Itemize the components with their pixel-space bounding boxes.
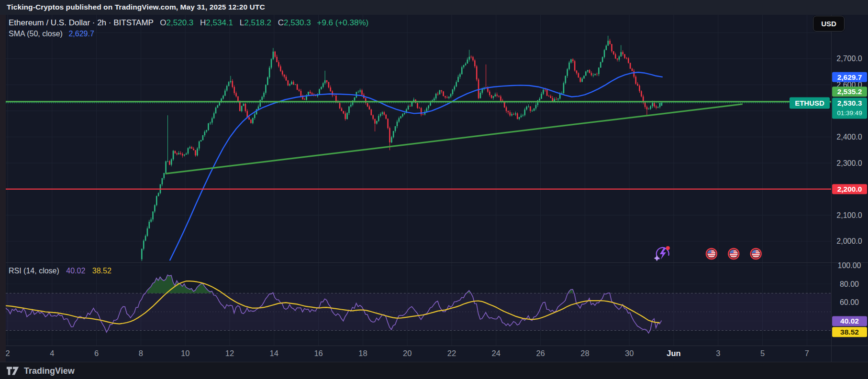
ohlc-close-value: 2,530.3 xyxy=(284,18,311,27)
symbol-price-tag-text: ETHUSD xyxy=(795,99,824,107)
axis-label: 60.00 xyxy=(840,298,859,306)
time-axis-label: 16 xyxy=(314,349,323,357)
time-axis-label: 2 xyxy=(5,349,10,357)
axis-label: 80.00 xyxy=(840,280,859,288)
time-axis-label: 20 xyxy=(403,349,412,357)
footer-bar: TradingView xyxy=(0,362,868,379)
axis-label: 100.00 xyxy=(838,261,861,270)
rsi-legend-row[interactable]: RSI (14, close) 40.02 38.52 xyxy=(9,267,111,275)
time-axis-label: 6 xyxy=(94,349,99,357)
tradingview-logo-icon[interactable] xyxy=(6,366,20,376)
rsi-legend-label: RSI (14, close) xyxy=(9,267,59,275)
level-price-badge-text: 2,200.0 xyxy=(837,185,862,193)
time-axis-label: 30 xyxy=(625,349,634,357)
tradingview-published-chart: Ticking-Cryptos published on TradingView… xyxy=(0,0,868,379)
ohlc-open-value: 2,520.3 xyxy=(167,18,194,27)
time-axis-label: 8 xyxy=(139,349,143,357)
time-axis-label: 18 xyxy=(358,349,367,357)
time-axis-label: 28 xyxy=(580,349,589,357)
rsi-ma-value-badge-text: 38.52 xyxy=(840,328,859,336)
support-price-badge-text: 2,535.2 xyxy=(837,87,862,96)
ohlc-close-label: C xyxy=(278,18,284,27)
time-axis-label: 22 xyxy=(447,349,456,357)
us-economic-event-icon[interactable] xyxy=(751,249,761,259)
axis-label: 2,100.0 xyxy=(836,211,862,219)
ohlc-high-value: 2,534.1 xyxy=(206,18,233,27)
sma-price-badge-text: 2,629.7 xyxy=(837,73,862,81)
ohlc-low-label: L xyxy=(240,18,244,27)
price-change: +9.6 (+0.38%) xyxy=(317,18,369,27)
ohlc-high-label: H xyxy=(200,18,206,27)
time-axis-label: 4 xyxy=(50,349,54,357)
axis-label: 2,700.0 xyxy=(836,54,862,63)
symbol-legend-row[interactable]: Ethereum / U.S. Dollar · 2h · BITSTAMP O… xyxy=(9,18,368,28)
us-economic-event-icon[interactable] xyxy=(706,249,717,259)
rsi-value-badge-text: 40.02 xyxy=(840,317,859,325)
us-economic-event-icon[interactable] xyxy=(728,249,739,259)
countdown-text: 01:39:49 xyxy=(837,109,862,117)
sma-legend-row[interactable]: SMA (50, close) 2,629.7 xyxy=(9,30,94,38)
rsi-ma-legend-value: 38.52 xyxy=(92,267,111,275)
ohlc-open-label: O xyxy=(160,18,166,27)
time-axis-label: 10 xyxy=(181,349,189,357)
attribution-text: Ticking-Cryptos published on TradingView… xyxy=(7,3,265,11)
sma-legend-value: 2,629.7 xyxy=(68,30,94,38)
tradingview-brand-text[interactable]: TradingView xyxy=(24,366,75,376)
collapsed-drawing-toolbar[interactable] xyxy=(0,14,6,362)
symbol-title: Ethereum / U.S. Dollar · 2h · BITSTAMP xyxy=(9,18,154,27)
currency-toggle-button[interactable]: USD xyxy=(813,16,845,32)
time-axis-label: 26 xyxy=(536,349,545,357)
axis-label: 2,300.0 xyxy=(836,159,862,167)
time-axis-label: 14 xyxy=(270,349,278,357)
time-axis-label: 5 xyxy=(760,349,765,357)
attribution-bar: Ticking-Cryptos published on TradingView… xyxy=(0,0,868,15)
time-axis-label: Jun xyxy=(667,349,680,357)
ohlc-low-value: 2,518.2 xyxy=(244,18,271,27)
sma-legend-label: SMA (50, close) xyxy=(9,30,63,38)
time-axis-label: 24 xyxy=(492,349,501,357)
time-axis-label: 12 xyxy=(225,349,234,357)
chart-canvas[interactable]: 2,700.02,600.02,400.02,300.02,100.02,000… xyxy=(0,0,868,379)
rsi-legend-value: 40.02 xyxy=(66,267,85,275)
axis-label: 2,000.0 xyxy=(836,237,862,245)
last-price-badge-text: 2,530.3 xyxy=(837,99,862,107)
axis-label: 2,400.0 xyxy=(836,133,862,141)
time-axis-label: 3 xyxy=(716,349,720,357)
time-axis-label: 7 xyxy=(805,349,809,357)
